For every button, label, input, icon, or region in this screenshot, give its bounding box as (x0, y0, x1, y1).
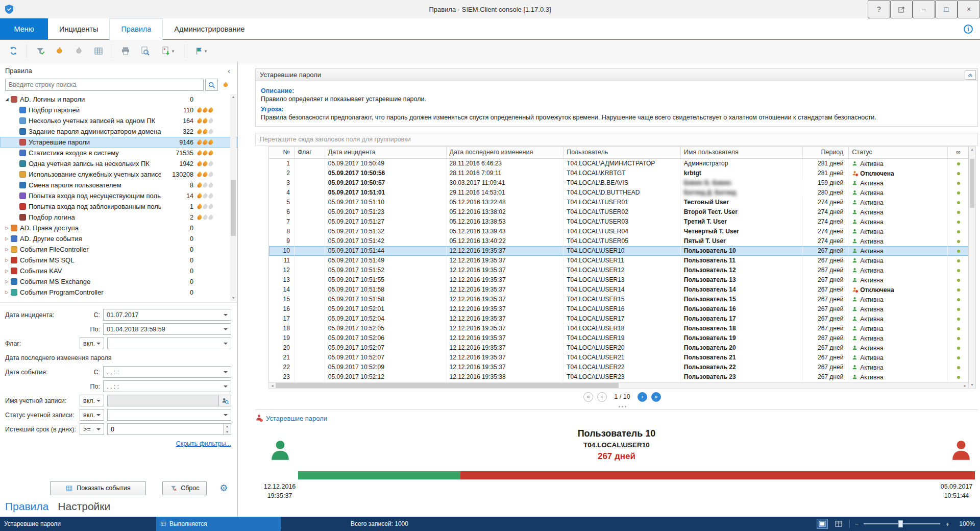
table-row[interactable]: 20 05.09.2017 10:52:07 12.12.2016 19:35:… (269, 343, 968, 353)
table-row[interactable]: 22 05.09.2017 10:52:09 12.12.2016 19:35:… (269, 363, 968, 372)
expired-operator-select[interactable]: >= (80, 423, 104, 435)
scrollbar-thumb[interactable] (276, 383, 619, 388)
tree-expander-icon[interactable]: ▷ (3, 258, 11, 262)
table-row[interactable]: 13 05.09.2017 10:51:55 12.12.2016 19:35:… (269, 275, 968, 285)
tree-expander-icon[interactable]: ▷ (3, 290, 11, 295)
help-button[interactable]: ? (868, 0, 890, 18)
show-events-button[interactable]: Показать события (50, 481, 146, 495)
scroll-left-icon[interactable]: ◂ (269, 382, 276, 389)
refresh-button[interactable] (4, 42, 22, 60)
tree-expander-icon[interactable]: ▷ (3, 269, 11, 273)
table-row[interactable]: 5 05.09.2017 10:51:10 05.12.2016 13:22:4… (269, 198, 968, 207)
column-header[interactable]: Статус (849, 147, 948, 158)
minimize-button[interactable]: – (913, 0, 935, 18)
expired-days-input[interactable] (107, 423, 231, 435)
zoom-in-button[interactable]: + (945, 520, 949, 528)
splitter-grip[interactable] (268, 404, 976, 408)
tree-item[interactable]: ▷ AD. Другие события 0 (0, 233, 237, 244)
table-row[interactable]: 15 05.09.2017 10:51:58 12.12.2016 19:35:… (269, 295, 968, 304)
table-row[interactable]: 2 05.09.2017 10:50:56 28.11.2016 7:09:11… (269, 168, 968, 178)
flag-value-select[interactable] (107, 337, 231, 349)
search-input[interactable] (5, 79, 204, 91)
tree-item[interactable]: Одна учетная запись на нескольких ПК 194… (0, 158, 237, 169)
horizontal-scrollbar[interactable]: ◂ ▸ (268, 382, 969, 389)
account-name-input[interactable] (107, 395, 219, 406)
zoom-slider[interactable] (864, 523, 940, 524)
scroll-right-icon[interactable]: ▸ (962, 382, 968, 389)
tree-item[interactable]: Устаревшие пароли 9146 (0, 137, 237, 148)
table-row[interactable]: 4 05.09.2017 10:51:01 29.11.2016 14:53:0… (269, 188, 968, 198)
tree-item[interactable]: ▷ AD. Права доступа 0 (0, 223, 237, 233)
vertical-scrollbar[interactable]: ▲ ▼ (969, 146, 976, 389)
account-picker-button[interactable] (219, 395, 231, 406)
severity-filter-button[interactable] (219, 79, 232, 91)
print-button[interactable] (116, 42, 135, 60)
flag-mode-select[interactable]: вкл. (80, 337, 104, 349)
scroll-up-icon[interactable]: ▲ (230, 94, 236, 100)
table-row[interactable]: 18 05.09.2017 10:52:05 12.12.2016 19:35:… (269, 324, 968, 333)
dropdown-caret-icon[interactable]: ▾ (205, 49, 207, 54)
table-row[interactable]: 12 05.09.2017 10:51:52 12.12.2016 19:35:… (269, 266, 968, 275)
severity-on-button[interactable] (51, 42, 69, 60)
filter-button[interactable] (31, 42, 50, 60)
tab-administration[interactable]: Администрирование (163, 18, 256, 39)
search-button[interactable] (205, 79, 218, 91)
table-row[interactable]: 6 05.09.2017 10:51:23 05.12.2016 13:38:0… (269, 207, 968, 217)
scroll-down-icon[interactable]: ▼ (230, 295, 236, 301)
table-row[interactable]: 14 05.09.2017 10:51:58 12.12.2016 19:35:… (269, 285, 968, 295)
tab-rules[interactable]: Правила (109, 18, 163, 40)
table-row[interactable]: 10 05.09.2017 10:51:44 12.12.2016 19:35:… (269, 246, 968, 256)
first-page-button[interactable]: « (583, 392, 593, 402)
bottom-tab-settings[interactable]: Настройки (58, 500, 110, 513)
spinner-buttons[interactable]: ▲▼ (223, 424, 231, 435)
grid-view-button[interactable] (89, 42, 108, 60)
scroll-up-icon[interactable]: ▲ (969, 147, 975, 153)
column-header[interactable]: Период (803, 147, 849, 158)
detail-rule-link[interactable]: Устаревшие пароли (266, 415, 327, 422)
close-button[interactable]: × (958, 0, 980, 18)
account-status-mode-select[interactable]: вкл. (80, 409, 104, 421)
menu-button[interactable]: Меню (0, 18, 48, 39)
tree-item[interactable]: Подбор логина 2 (0, 212, 237, 223)
tree-item[interactable]: Задание пароля администратором домена 32… (0, 126, 237, 137)
table-view-toggle[interactable] (817, 519, 828, 529)
hide-filters-link[interactable]: Скрыть фильтры... (176, 440, 231, 447)
event-date-from-select[interactable]: . . : : (103, 366, 231, 378)
prev-page-button[interactable]: ‹ (597, 392, 607, 402)
table-row[interactable]: 17 05.09.2017 10:52:04 12.12.2016 19:35:… (269, 314, 968, 324)
zoom-out-button[interactable]: − (855, 520, 859, 528)
table-row[interactable]: 3 05.09.2017 10:50:57 30.03.2017 11:09:4… (269, 178, 968, 188)
dropdown-caret-icon[interactable]: ▾ (172, 49, 175, 54)
column-header[interactable]: Дата инцидента (325, 147, 447, 158)
print-preview-button[interactable] (136, 42, 154, 60)
table-row[interactable]: 19 05.09.2017 10:52:06 12.12.2016 19:35:… (269, 333, 968, 343)
tree-expander-icon[interactable]: ▷ (3, 247, 11, 252)
scrollbar-thumb[interactable] (231, 180, 236, 236)
tree-expander-icon[interactable]: ◢ (3, 97, 11, 102)
table-row[interactable]: 16 05.09.2017 10:52:01 12.12.2016 19:35:… (269, 304, 968, 314)
tree-item[interactable]: ▷ События KAV 0 (0, 266, 237, 276)
account-status-select[interactable] (107, 409, 231, 421)
table-row[interactable]: 21 05.09.2017 10:52:07 12.12.2016 19:35:… (269, 353, 968, 363)
column-header[interactable]: Имя пользователя (681, 147, 803, 158)
tree-item[interactable]: Несколько учетных записей на одном ПК 16… (0, 115, 237, 126)
export-button[interactable]: ▾ (155, 42, 180, 60)
column-header[interactable]: № (269, 147, 295, 158)
tree-item[interactable]: Смена пароля пользователем 8 (0, 180, 237, 190)
zoom-slider-thumb[interactable] (898, 520, 903, 527)
tree-item[interactable]: ◢ AD. Логины и пароли 0 (0, 94, 237, 105)
group-by-drop-zone[interactable]: Перетащите сюда заголовок поля для групп… (255, 133, 978, 146)
severity-off-button[interactable] (70, 42, 88, 60)
card-view-toggle[interactable] (833, 519, 844, 529)
tree-expander-icon[interactable]: ▷ (3, 226, 11, 230)
maximize-button[interactable]: □ (935, 0, 958, 18)
scrollbar-thumb[interactable] (970, 159, 974, 208)
column-header[interactable]: ∞ (948, 147, 968, 158)
tree-item[interactable]: ▷ События ProgramController 0 (0, 287, 237, 298)
tree-expander-icon[interactable]: ▷ (3, 236, 11, 241)
popout-button[interactable] (890, 0, 913, 18)
incident-date-to-select[interactable]: 01.04.2018 23:59:59 (103, 323, 231, 335)
flag-button[interactable]: ▾ (188, 42, 213, 60)
tree-item[interactable]: ▷ События MS Exchange 0 (0, 276, 237, 287)
tree-scrollbar[interactable]: ▲ ▼ (230, 94, 236, 301)
